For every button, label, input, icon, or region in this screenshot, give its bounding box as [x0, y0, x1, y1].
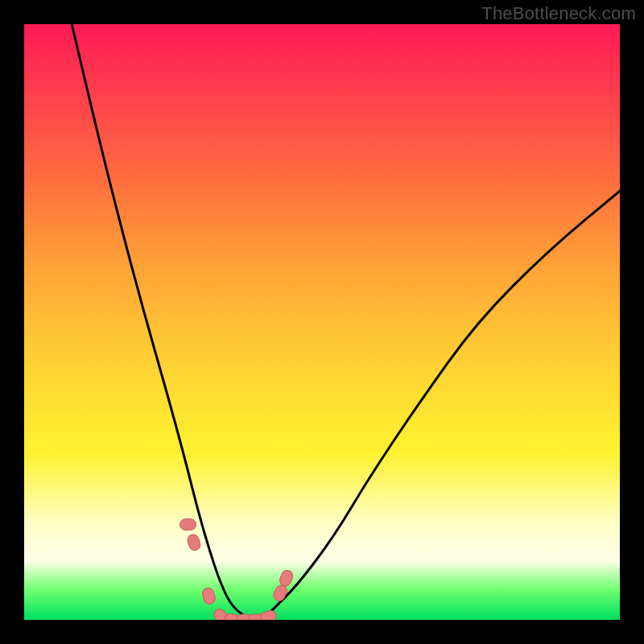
marker-group: [180, 519, 295, 620]
chart-frame: TheBottleneck.com: [0, 0, 644, 644]
marker-bead: [278, 568, 294, 588]
marker-bead: [212, 607, 229, 620]
marker-bead: [201, 587, 217, 605]
marker-bead: [271, 584, 288, 603]
attribution-text: TheBottleneck.com: [481, 3, 636, 24]
plot-area: [24, 24, 620, 620]
marker-bead: [259, 609, 278, 620]
bottleneck-curve: [72, 24, 620, 620]
marker-bead: [180, 519, 196, 530]
curve-layer: [24, 24, 620, 620]
marker-bead: [224, 613, 242, 620]
marker-bead: [237, 614, 253, 620]
marker-bead: [186, 533, 202, 551]
marker-bead: [249, 614, 265, 620]
